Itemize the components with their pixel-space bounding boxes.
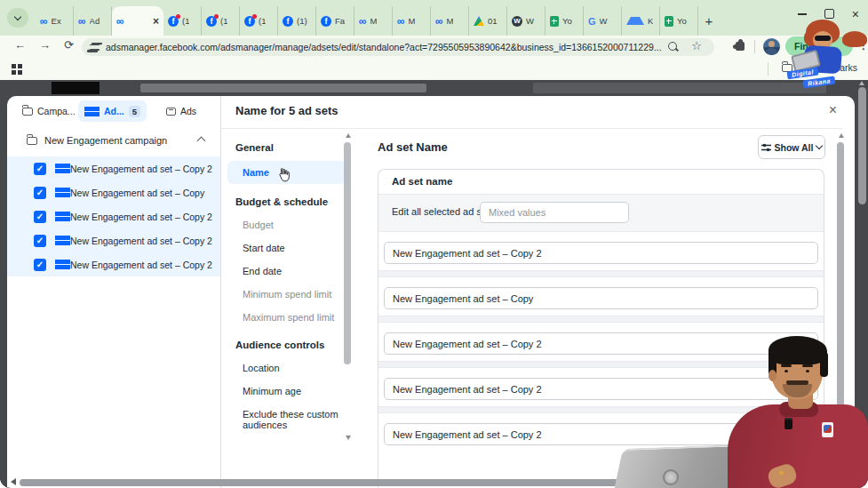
forward-button[interactable]: → [39, 38, 51, 52]
tab-close-icon[interactable]: × [153, 15, 159, 28]
nav-item-start-date[interactable]: Start date [220, 236, 354, 260]
minimize-icon[interactable] [798, 13, 807, 15]
header-divider [221, 128, 842, 129]
chevron-down-icon [14, 12, 21, 20]
logo-text-bottom: Rikana [803, 76, 836, 89]
nav-item-max-spend: Maximum spend limit [220, 306, 354, 329]
edit-all-section: Edit all selected ad sets [378, 195, 824, 232]
modal-close-icon[interactable]: × [829, 102, 837, 118]
tab-google-ads[interactable]: K [622, 6, 660, 36]
tab-facebook-1[interactable]: f(1 [163, 6, 202, 36]
facebook-icon: f [206, 16, 217, 27]
folder-icon [27, 137, 37, 145]
facebook-icon: f [283, 16, 293, 27]
tab-meta-3[interactable]: ∞M [431, 6, 469, 36]
profile-avatar[interactable] [763, 38, 780, 55]
tabs-container: ∞Ex ∞Ad ∞× f(1 f(1 f(1 f(1) fFa ∞M ∞M ∞M… [36, 6, 720, 36]
google-sheets-icon [665, 16, 673, 27]
adset-name-input[interactable] [384, 242, 818, 264]
tab-ads[interactable]: Ads [160, 100, 203, 122]
adset-name-input[interactable] [384, 287, 818, 309]
campaign-row[interactable]: New Engagement campaign [7, 130, 220, 151]
panel-title: Ad set Name [378, 140, 448, 154]
nav-item-budget: Budget [220, 213, 354, 236]
adset-row[interactable]: ✓ New Engagement ad set – Copy 2 [7, 204, 220, 228]
bookmark-star-icon[interactable]: ☆ [691, 39, 702, 52]
back-button[interactable]: ← [14, 38, 26, 52]
tab-meta-1[interactable]: ∞M [354, 6, 393, 36]
presenter-ear [768, 370, 776, 381]
tab-search-button[interactable] [7, 8, 28, 28]
apps-grid-bookmark-icon[interactable] [12, 64, 16, 68]
adset-row[interactable]: ✓ New Engagement ad set – Copy 2 [7, 156, 220, 180]
edit-all-input[interactable] [480, 202, 629, 223]
site-settings-icon[interactable] [90, 44, 100, 52]
address-bar[interactable]: adsmanager.facebook.com/adsmanager/manag… [82, 38, 714, 56]
presenter-eyebrow [802, 364, 813, 367]
tab-meta-ads[interactable]: ∞Ad [74, 6, 112, 36]
restore-icon[interactable] [824, 9, 834, 19]
horizontal-scrollbar-left-icon[interactable] [11, 478, 16, 485]
checkbox-checked[interactable]: ✓ [34, 187, 46, 199]
content-scrollbar-up-icon[interactable] [839, 133, 844, 138]
checkbox-checked[interactable]: ✓ [34, 163, 46, 175]
presenter-hair [768, 336, 827, 364]
tab-facebook-5[interactable]: fFa [316, 6, 354, 36]
nav-item-exclude-audiences[interactable]: Exclude these custom audiences [220, 403, 347, 436]
folder-icon [22, 108, 33, 116]
facebook-icon: f [244, 16, 255, 27]
channel-logo-overlay: Digital Rikana [782, 20, 864, 89]
adsets-count-badge: 5 [129, 106, 140, 117]
presenter-webcam-overlay [724, 336, 868, 488]
checkbox-checked[interactable]: ✓ [34, 211, 46, 223]
card-title: Ad set name [378, 170, 824, 195]
grid-icon [55, 188, 65, 192]
nav-header-general: General [220, 132, 354, 159]
zoom-icon[interactable] [668, 42, 677, 51]
nav-item-end-date[interactable]: End date [220, 260, 354, 283]
nav-scrollbar-up-icon[interactable] [346, 133, 351, 138]
nav-scrollbar-thumb[interactable] [344, 142, 351, 364]
dimmed-background-block [52, 82, 100, 94]
url-text: adsmanager.facebook.com/adsmanager/manag… [106, 42, 662, 52]
chevron-down-icon [816, 142, 823, 149]
extensions-icon[interactable] [736, 42, 745, 51]
tab-sheets-2[interactable]: Yo [660, 6, 698, 36]
adset-row[interactable]: ✓ New Engagement ad set – Copy [7, 180, 220, 204]
tab-facebook-2[interactable]: f(1 [202, 6, 240, 36]
page-scrollbar-thumb[interactable] [858, 87, 866, 204]
tab-wordpress[interactable]: WW [507, 6, 545, 36]
presenter-eye [806, 370, 809, 372]
nav-scrollbar-down-icon[interactable] [346, 436, 351, 440]
tab-ad-sets[interactable]: Ad... 5 [78, 100, 147, 122]
show-all-button[interactable]: Show All [758, 135, 825, 159]
nav-item-minimum-age[interactable]: Minimum age [220, 380, 354, 403]
tab-drive[interactable]: 01 [469, 6, 507, 36]
adset-row[interactable]: ✓ New Engagement ad set – Copy 2 [7, 252, 220, 276]
grid-icon [55, 164, 65, 168]
adset-row[interactable]: ✓ New Engagement ad set – Copy 2 [7, 228, 220, 252]
nav-item-location[interactable]: Location [220, 356, 354, 380]
collapse-chevron-icon[interactable] [197, 137, 206, 146]
row-divider [378, 270, 824, 277]
tab-meta-2[interactable]: ∞M [393, 6, 431, 36]
nav-header-audience: Audience [220, 436, 354, 444]
tab-facebook-4[interactable]: f(1) [278, 6, 316, 36]
checkbox-checked[interactable]: ✓ [34, 259, 46, 271]
new-tab-button[interactable]: + [698, 11, 720, 32]
tab-google[interactable]: GW [584, 6, 622, 36]
presenter-eyebrow [781, 364, 792, 367]
tab-ads-manager-active[interactable]: ∞× [112, 6, 163, 36]
grid-icon [55, 260, 65, 264]
reload-button[interactable]: ⟳ [64, 38, 74, 52]
tab-facebook-3[interactable]: f(1 [240, 6, 278, 36]
checkbox-checked[interactable]: ✓ [34, 235, 46, 247]
close-window-icon[interactable]: × [852, 10, 859, 19]
presenter-eye [784, 370, 788, 372]
logo-text-top: Digital [787, 68, 819, 80]
tab-sheets-1[interactable]: Yo [545, 6, 584, 36]
tab-campaigns[interactable]: Campa... [16, 100, 82, 122]
google-drive-icon [474, 16, 484, 26]
shirt-logo-badge [822, 422, 833, 437]
tab-meta-events[interactable]: ∞Ex [36, 6, 74, 36]
